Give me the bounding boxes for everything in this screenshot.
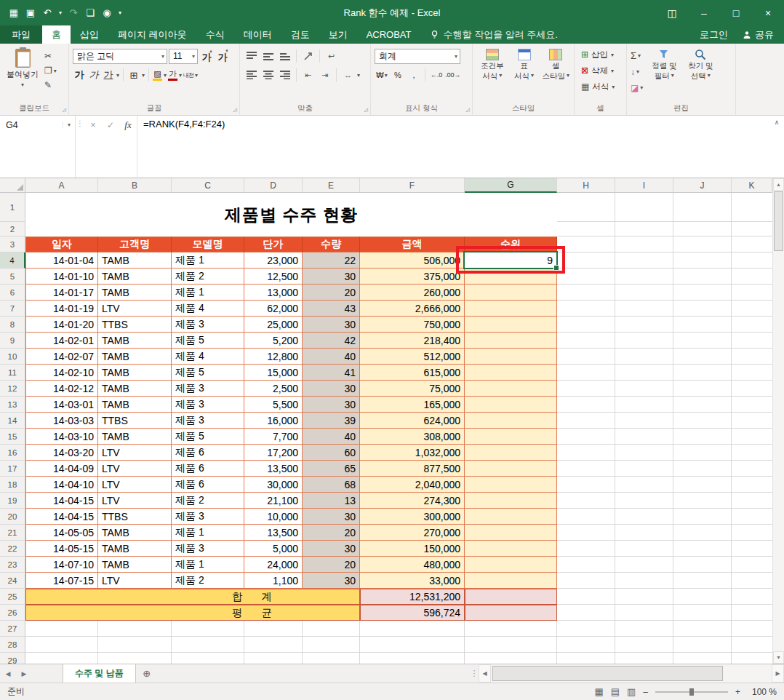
cell-E7[interactable]: 43 <box>303 301 360 317</box>
cell-A24[interactable]: 14-07-15 <box>25 573 98 589</box>
camera-button[interactable]: ◉ <box>99 5 115 21</box>
formula-bar-collapse-icon[interactable]: ∧ <box>769 116 784 178</box>
cell-D23[interactable]: 24,000 <box>244 557 303 573</box>
sign-in-link[interactable]: 로그인 <box>700 28 728 41</box>
name-box-dropdown-icon[interactable]: ▾ <box>63 122 75 128</box>
increase-font-size-button[interactable]: 가▲ <box>199 49 214 64</box>
cell-D5[interactable]: 12,500 <box>244 269 303 285</box>
merge-center-button[interactable]: ↔ <box>340 68 356 82</box>
add-sheet-button[interactable]: ⊕ <box>136 664 158 683</box>
cell-E19[interactable]: 13 <box>303 493 360 509</box>
cell-B7[interactable]: LTV <box>98 301 172 317</box>
cell-D16[interactable]: 17,200 <box>244 445 303 461</box>
merge-center-dropdown-icon[interactable]: ▾ <box>357 72 360 79</box>
cell-E18[interactable]: 68 <box>303 477 360 493</box>
cell-F20[interactable]: 300,000 <box>360 509 465 525</box>
cell-F12[interactable]: 75,000 <box>360 381 465 397</box>
cell-G16[interactable] <box>465 445 557 461</box>
row-header-19[interactable]: 19 <box>0 493 25 509</box>
cell-A8[interactable]: 14-01-20 <box>25 317 98 333</box>
cell-D11[interactable]: 15,000 <box>244 365 303 381</box>
font-name-select[interactable]: 맑은 고딕 ▾ <box>73 49 167 64</box>
table-header-1[interactable]: 일자 <box>25 236 98 252</box>
row-header-11[interactable]: 11 <box>0 365 25 381</box>
cell-F9[interactable]: 218,400 <box>360 333 465 349</box>
cell-F5[interactable]: 375,000 <box>360 269 465 285</box>
cell-G15[interactable] <box>465 429 557 445</box>
cell-C19[interactable]: 제품 2 <box>172 493 244 509</box>
cell-A11[interactable]: 14-02-10 <box>25 365 98 381</box>
customize-qat-button[interactable]: ▾ <box>116 5 124 21</box>
row-header-6[interactable]: 6 <box>0 285 25 301</box>
number-format-select[interactable]: 회계 ▾ <box>375 49 460 64</box>
cell-D14[interactable]: 16,000 <box>244 413 303 429</box>
row-header-20[interactable]: 20 <box>0 509 25 525</box>
close-button[interactable]: × <box>752 0 784 25</box>
formula-bar-sash[interactable]: ⋮ <box>76 116 84 178</box>
cell-E15[interactable]: 40 <box>303 429 360 445</box>
cell-E6[interactable]: 20 <box>303 285 360 301</box>
cell-C24[interactable]: 제품 2 <box>172 573 244 589</box>
cell-E12[interactable]: 30 <box>303 381 360 397</box>
row-header-22[interactable]: 22 <box>0 541 25 557</box>
row-header-21[interactable]: 21 <box>0 525 25 541</box>
share-button[interactable]: 공유 <box>743 28 774 41</box>
cell-C13[interactable]: 제품 3 <box>172 397 244 413</box>
tab-formulas[interactable]: 수식 <box>196 25 234 44</box>
cell-C12[interactable]: 제품 3 <box>172 381 244 397</box>
cell-F24[interactable]: 33,000 <box>360 573 465 589</box>
cell-B18[interactable]: LTV <box>98 477 172 493</box>
cell-D9[interactable]: 5,200 <box>244 333 303 349</box>
row-header-2[interactable]: 2 <box>0 222 25 236</box>
font-name-dropdown-icon[interactable]: ▾ <box>159 53 167 60</box>
cell-G10[interactable] <box>465 349 557 365</box>
name-box[interactable]: G4 ▾ <box>6 117 75 132</box>
cell-D13[interactable]: 5,500 <box>244 397 303 413</box>
tab-view[interactable]: 보기 <box>319 25 357 44</box>
row-header-14[interactable]: 14 <box>0 413 25 429</box>
cell-F4[interactable]: 506,000 <box>360 252 465 269</box>
cell-C8[interactable]: 제품 3 <box>172 317 244 333</box>
column-header-A[interactable]: A <box>25 178 98 193</box>
zoom-in-button[interactable]: + <box>735 687 740 697</box>
clear-button[interactable]: ◪▾ <box>631 81 643 95</box>
paste-dropdown-icon[interactable]: ▾ <box>21 81 24 88</box>
cell-A17[interactable]: 14-04-09 <box>25 461 98 477</box>
cell-A5[interactable]: 14-01-10 <box>25 269 98 285</box>
tab-review[interactable]: 검토 <box>281 25 319 44</box>
sheet-nav-next-button[interactable]: ▶ <box>16 664 32 683</box>
cell-D4[interactable]: 23,000 <box>244 252 303 269</box>
save-button[interactable]: ▣ <box>23 5 39 21</box>
font-dialog-launcher[interactable]: ◿ <box>233 107 237 113</box>
underline-dropdown-icon[interactable]: ▾ <box>116 72 119 79</box>
table-header-5[interactable]: 수량 <box>303 236 360 252</box>
scroll-up-button[interactable]: ▲ <box>773 178 784 191</box>
cell-D22[interactable]: 5,000 <box>244 541 303 557</box>
zoom-slider-thumb[interactable] <box>689 688 694 696</box>
cell-F13[interactable]: 165,000 <box>360 397 465 413</box>
alignment-dialog-launcher[interactable]: ◿ <box>364 107 368 113</box>
cell-G14[interactable] <box>465 413 557 429</box>
cell-F19[interactable]: 274,300 <box>360 493 465 509</box>
column-header-H[interactable]: H <box>557 178 615 193</box>
cell-C23[interactable]: 제품 1 <box>172 557 244 573</box>
cell-A4[interactable]: 14-01-04 <box>25 252 98 269</box>
cell-E9[interactable]: 42 <box>303 333 360 349</box>
cell-B23[interactable]: TAMB <box>98 557 172 573</box>
font-color-button[interactable]: 가 <box>168 68 177 83</box>
tab-page-layout[interactable]: 페이지 레이아웃 <box>108 25 196 44</box>
increase-decimal-button[interactable]: ←.0 <box>429 68 444 82</box>
phonetic-guide-button[interactable]: 내천▾ <box>183 71 198 79</box>
tab-home[interactable]: 홈 <box>42 25 71 44</box>
cell-A21[interactable]: 14-05-05 <box>25 525 98 541</box>
cancel-button[interactable]: × <box>84 117 102 132</box>
cell-B15[interactable]: TAMB <box>98 429 172 445</box>
decrease-indent-button[interactable]: ⇤ <box>300 68 316 82</box>
decrease-decimal-button[interactable]: .00→ <box>445 68 461 82</box>
align-left-button[interactable] <box>244 68 259 82</box>
cell-D8[interactable]: 25,000 <box>244 317 303 333</box>
table-header-4[interactable]: 단가 <box>244 236 303 252</box>
hscroll-thumb[interactable] <box>492 666 723 681</box>
paste-button[interactable]: 붙여넣기 ▾ <box>4 47 41 88</box>
cell-E10[interactable]: 40 <box>303 349 360 365</box>
